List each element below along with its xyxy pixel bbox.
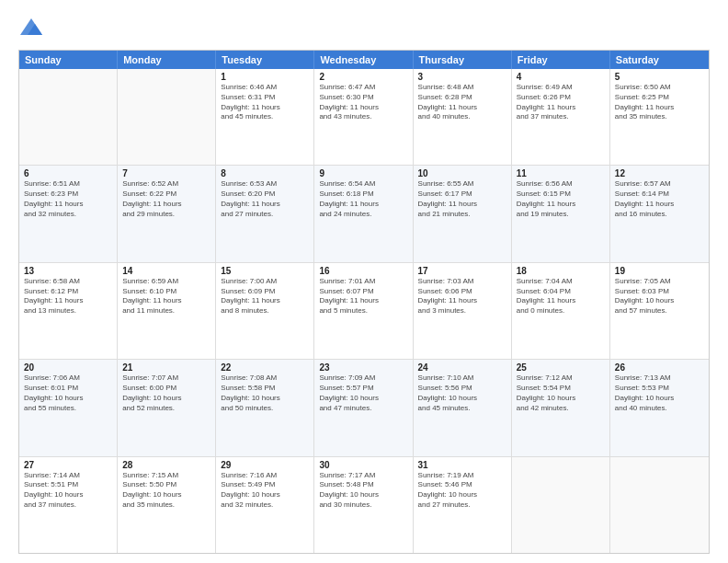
calendar: SundayMondayTuesdayWednesdayThursdayFrid… (18, 50, 710, 554)
calendar-row-3: 20Sunrise: 7:06 AM Sunset: 6:01 PM Dayli… (19, 359, 709, 455)
day-number: 24 (418, 362, 506, 373)
day-cell-11: 11Sunrise: 6:56 AM Sunset: 6:15 PM Dayli… (512, 166, 610, 261)
day-number: 21 (122, 362, 210, 373)
calendar-header: SundayMondayTuesdayWednesdayThursdayFrid… (19, 51, 709, 69)
day-number: 9 (319, 168, 407, 178)
day-info: Sunrise: 7:07 AM Sunset: 6:00 PM Dayligh… (122, 373, 210, 413)
weekday-header-monday: Monday (118, 51, 216, 69)
day-number: 29 (221, 460, 309, 470)
empty-cell (610, 457, 709, 553)
day-number: 18 (517, 266, 605, 276)
day-cell-5: 5Sunrise: 6:50 AM Sunset: 6:25 PM Daylig… (610, 69, 709, 165)
day-number: 27 (24, 460, 112, 470)
day-number: 13 (24, 266, 112, 276)
day-cell-14: 14Sunrise: 6:59 AM Sunset: 6:10 PM Dayli… (118, 263, 216, 359)
day-cell-9: 9Sunrise: 6:54 AM Sunset: 6:18 PM Daylig… (314, 166, 413, 261)
day-cell-18: 18Sunrise: 7:04 AM Sunset: 6:04 PM Dayli… (512, 263, 610, 359)
day-cell-17: 17Sunrise: 7:03 AM Sunset: 6:06 PM Dayli… (414, 263, 512, 359)
day-info: Sunrise: 7:01 AM Sunset: 6:07 PM Dayligh… (319, 277, 407, 316)
day-number: 8 (221, 168, 309, 178)
day-number: 28 (122, 460, 210, 470)
day-info: Sunrise: 6:54 AM Sunset: 6:18 PM Dayligh… (319, 179, 407, 219)
day-number: 14 (122, 266, 210, 276)
day-info: Sunrise: 6:56 AM Sunset: 6:15 PM Dayligh… (517, 179, 605, 219)
day-info: Sunrise: 6:47 AM Sunset: 6:30 PM Dayligh… (319, 83, 407, 122)
day-cell-19: 19Sunrise: 7:05 AM Sunset: 6:03 PM Dayli… (610, 263, 709, 359)
day-cell-2: 2Sunrise: 6:47 AM Sunset: 6:30 PM Daylig… (314, 69, 413, 165)
day-info: Sunrise: 7:13 AM Sunset: 5:53 PM Dayligh… (615, 373, 704, 413)
page: SundayMondayTuesdayWednesdayThursdayFrid… (0, 0, 728, 563)
day-info: Sunrise: 6:58 AM Sunset: 6:12 PM Dayligh… (24, 277, 112, 316)
empty-cell (118, 69, 216, 165)
day-number: 12 (615, 168, 704, 178)
day-info: Sunrise: 7:06 AM Sunset: 6:01 PM Dayligh… (24, 373, 112, 413)
day-info: Sunrise: 7:16 AM Sunset: 5:49 PM Dayligh… (221, 471, 309, 511)
weekday-header-wednesday: Wednesday (314, 51, 413, 69)
day-info: Sunrise: 7:08 AM Sunset: 5:58 PM Dayligh… (221, 373, 309, 413)
day-number: 5 (615, 72, 704, 82)
day-info: Sunrise: 7:15 AM Sunset: 5:50 PM Dayligh… (122, 471, 210, 511)
day-info: Sunrise: 6:55 AM Sunset: 6:17 PM Dayligh… (418, 179, 506, 219)
day-number: 10 (418, 168, 506, 178)
day-number: 31 (418, 460, 506, 470)
day-cell-28: 28Sunrise: 7:15 AM Sunset: 5:50 PM Dayli… (118, 457, 216, 553)
header (18, 15, 710, 40)
day-number: 23 (319, 362, 407, 373)
day-number: 17 (418, 266, 506, 276)
day-info: Sunrise: 6:48 AM Sunset: 6:28 PM Dayligh… (418, 83, 506, 122)
day-cell-27: 27Sunrise: 7:14 AM Sunset: 5:51 PM Dayli… (19, 457, 118, 553)
day-number: 19 (615, 266, 704, 276)
day-info: Sunrise: 7:10 AM Sunset: 5:56 PM Dayligh… (418, 373, 506, 413)
empty-cell (512, 457, 610, 553)
day-cell-7: 7Sunrise: 6:52 AM Sunset: 6:22 PM Daylig… (118, 166, 216, 261)
weekday-header-thursday: Thursday (414, 51, 512, 69)
calendar-row-4: 27Sunrise: 7:14 AM Sunset: 5:51 PM Dayli… (19, 456, 709, 553)
day-cell-24: 24Sunrise: 7:10 AM Sunset: 5:56 PM Dayli… (414, 360, 512, 455)
day-number: 4 (517, 72, 605, 82)
day-cell-3: 3Sunrise: 6:48 AM Sunset: 6:28 PM Daylig… (414, 69, 512, 165)
day-cell-21: 21Sunrise: 7:07 AM Sunset: 6:00 PM Dayli… (118, 360, 216, 455)
day-cell-6: 6Sunrise: 6:51 AM Sunset: 6:23 PM Daylig… (19, 166, 118, 261)
day-info: Sunrise: 6:51 AM Sunset: 6:23 PM Dayligh… (24, 179, 112, 219)
day-info: Sunrise: 6:49 AM Sunset: 6:26 PM Dayligh… (517, 83, 605, 122)
day-number: 20 (24, 362, 112, 373)
day-cell-26: 26Sunrise: 7:13 AM Sunset: 5:53 PM Dayli… (610, 360, 709, 455)
day-cell-20: 20Sunrise: 7:06 AM Sunset: 6:01 PM Dayli… (19, 360, 118, 455)
day-info: Sunrise: 6:59 AM Sunset: 6:10 PM Dayligh… (122, 277, 210, 316)
day-number: 11 (517, 168, 605, 178)
weekday-header-friday: Friday (512, 51, 610, 69)
day-number: 26 (615, 362, 704, 373)
day-cell-15: 15Sunrise: 7:00 AM Sunset: 6:09 PM Dayli… (216, 263, 314, 359)
day-number: 6 (24, 168, 112, 178)
day-info: Sunrise: 7:09 AM Sunset: 5:57 PM Dayligh… (319, 373, 407, 413)
calendar-row-2: 13Sunrise: 6:58 AM Sunset: 6:12 PM Dayli… (19, 262, 709, 359)
day-number: 22 (221, 362, 309, 373)
day-info: Sunrise: 7:00 AM Sunset: 6:09 PM Dayligh… (221, 277, 309, 316)
day-cell-31: 31Sunrise: 7:19 AM Sunset: 5:46 PM Dayli… (414, 457, 512, 553)
day-cell-16: 16Sunrise: 7:01 AM Sunset: 6:07 PM Dayli… (314, 263, 413, 359)
day-cell-30: 30Sunrise: 7:17 AM Sunset: 5:48 PM Dayli… (314, 457, 413, 553)
calendar-row-1: 6Sunrise: 6:51 AM Sunset: 6:23 PM Daylig… (19, 165, 709, 261)
day-number: 2 (319, 72, 407, 82)
day-info: Sunrise: 6:52 AM Sunset: 6:22 PM Dayligh… (122, 179, 210, 219)
day-number: 15 (221, 266, 309, 276)
day-info: Sunrise: 7:05 AM Sunset: 6:03 PM Dayligh… (615, 277, 704, 316)
day-info: Sunrise: 7:14 AM Sunset: 5:51 PM Dayligh… (24, 471, 112, 511)
day-cell-25: 25Sunrise: 7:12 AM Sunset: 5:54 PM Dayli… (512, 360, 610, 455)
day-cell-23: 23Sunrise: 7:09 AM Sunset: 5:57 PM Dayli… (314, 360, 413, 455)
day-cell-29: 29Sunrise: 7:16 AM Sunset: 5:49 PM Dayli… (216, 457, 314, 553)
day-cell-12: 12Sunrise: 6:57 AM Sunset: 6:14 PM Dayli… (610, 166, 709, 261)
day-number: 16 (319, 266, 407, 276)
weekday-header-sunday: Sunday (19, 51, 118, 69)
day-info: Sunrise: 7:12 AM Sunset: 5:54 PM Dayligh… (517, 373, 605, 413)
calendar-body: 1Sunrise: 6:46 AM Sunset: 6:31 PM Daylig… (19, 69, 709, 553)
day-cell-4: 4Sunrise: 6:49 AM Sunset: 6:26 PM Daylig… (512, 69, 610, 165)
day-info: Sunrise: 6:50 AM Sunset: 6:25 PM Dayligh… (615, 83, 704, 122)
day-cell-1: 1Sunrise: 6:46 AM Sunset: 6:31 PM Daylig… (216, 69, 314, 165)
day-info: Sunrise: 7:03 AM Sunset: 6:06 PM Dayligh… (418, 277, 506, 316)
day-info: Sunrise: 6:46 AM Sunset: 6:31 PM Dayligh… (221, 83, 309, 122)
day-number: 3 (418, 72, 506, 82)
calendar-row-0: 1Sunrise: 6:46 AM Sunset: 6:31 PM Daylig… (19, 69, 709, 165)
logo-icon (18, 15, 44, 40)
day-number: 1 (221, 72, 309, 82)
